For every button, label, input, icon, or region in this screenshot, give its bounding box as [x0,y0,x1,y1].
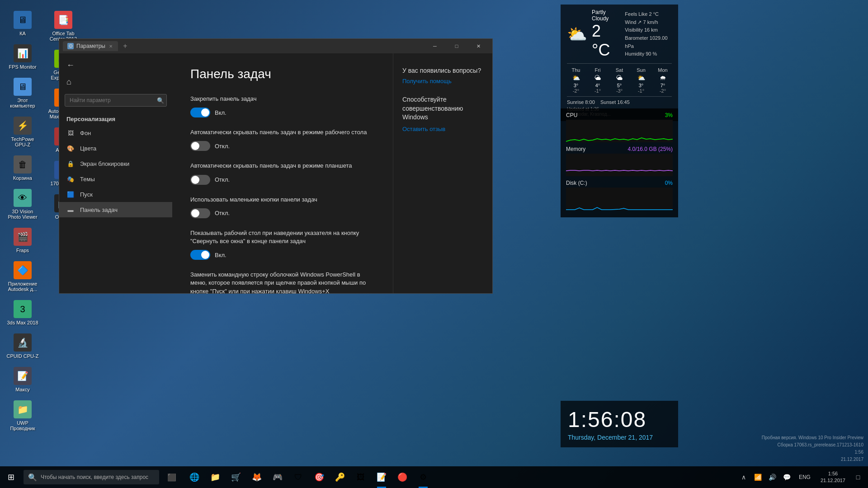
weather-temp: 2 °C [592,22,620,60]
tray-up-arrow[interactable]: ∧ [737,466,750,488]
forecast-high: 3° [574,83,579,88]
taskbar-search[interactable]: 🔍 Чтобы начать поиск, введите здесь запр… [24,470,159,484]
taskbar-app-settings[interactable]: ⚙ [413,466,433,488]
system-monitor: CPU 3% Memory 4.0/16.0 GB (25%) Disk (C:… [561,108,678,217]
toggle-value-auto-hide-tablet: Откл. [215,176,230,183]
disk-graph [566,188,673,210]
help-link[interactable]: Получить помощь [402,78,483,84]
settings-tab[interactable]: ⚙ Параметры ✕ [63,41,118,51]
task-view-button[interactable]: ⬛ [161,466,183,488]
forecast-temps: 3° -2° [573,83,579,94]
forecast-day-name: Thu [572,67,580,73]
taskbar-app-store[interactable]: 🛒 [226,466,246,488]
icon-label-korzbina: Корзина [13,175,32,181]
sidebar-item-temy[interactable]: 🎭 Темы [59,171,172,187]
toggle-auto-hide-tablet[interactable] [190,175,210,185]
taskbar-app-misc3[interactable]: 🖼 [351,466,371,488]
desktop-icon-cpuid[interactable]: 🔬 CPUID CPU-Z [5,332,41,361]
toggle-show-desktop[interactable] [190,250,210,260]
forecast-day-sat: Sat 🌥 5° -3° [610,67,628,94]
taskbar-app-steam[interactable]: 🎮 [268,466,288,488]
tray-action-center[interactable]: □ [852,466,864,488]
desktop-icon-this-computer[interactable]: 🖥 Этот компьютер [5,76,41,110]
forecast-icon: 🌧 [660,74,666,81]
icon-label-cpuid: CPUID CPU-Z [7,353,39,359]
taskbar-app-explorer[interactable]: 📁 [205,466,225,488]
desktop-icon-maksy[interactable]: 📝 Максу [5,365,41,394]
sidebar-item-pusk[interactable]: 🟦 Пуск [59,187,172,202]
forecast-temps: 3° -1° [638,83,644,94]
sidebar-icon-temy: 🎭 [66,175,75,183]
home-button[interactable]: ⌂ [59,74,172,90]
sidebar-item-fon[interactable]: 🖼 Фон [59,125,172,141]
sidebar-icon-cveta: 🎨 [66,144,75,152]
tray-clock[interactable]: 1:56 21.12.2017 [816,470,850,484]
taskbar-app-misc1[interactable]: 🎯 [309,466,329,488]
minimize-button[interactable]: ─ [425,39,445,53]
icon-img-office-tab: 📑 [54,11,72,29]
desktop-icon-ka[interactable]: 🖥 КА [5,9,41,38]
taskbar-apps: 🌐 📁 🛒 🦊 🎮 🛡 🎯 🔑 🖼 📝 🔴 ⚙ [184,466,433,488]
humidity-row: Humidity 90 % [625,50,672,58]
clock-time: 1:56:08 [568,407,671,432]
search-icon[interactable]: 🔍 [157,97,164,104]
desktop-icon-3dvision[interactable]: 👁 3D Vision Photo Viewer [5,187,41,221]
desktop-icon-fraps[interactable]: 🎬 Fraps [5,226,41,255]
tab-close-button[interactable]: ✕ [108,44,113,49]
titlebar-tabs: ⚙ Параметры ✕ + [63,41,425,52]
forecast-temps: 7° -2° [660,83,666,94]
toggle-small-buttons[interactable] [190,208,210,218]
search-input[interactable] [65,94,167,107]
help-title: У вас появились вопросы? [402,67,483,74]
toggle-value-small-buttons: Откл. [215,210,230,216]
taskbar-app-edge[interactable]: 🌐 [184,466,204,488]
desktop-icon-autodesk-app[interactable]: 🔷 Приложение Autodesk д... [5,259,41,294]
desktop-icon-fps-monitor[interactable]: 📊 FPS Monitor [5,42,41,71]
toggle-thumb-show-desktop [201,251,209,259]
toggle-row-small-buttons: Откл. [190,208,375,218]
setting-row-small-buttons: Использовать маленькие кнопки панели зад… [190,196,375,218]
forecast-low: -2° [660,88,666,94]
icon-label-3dsmax-2018: 3ds Max 2018 [7,320,38,325]
desktop-icon-korzbina[interactable]: 🗑 Корзина [5,154,41,183]
clock-date: Thursday, December 21, 2017 [568,434,671,441]
icon-img-autodesk-app: 🔷 [14,261,32,279]
setting-row-auto-hide-desktop: Автоматически скрывать панель задач в ре… [190,128,375,151]
tray-notification[interactable]: 💬 [781,466,793,488]
icon-img-3dvision: 👁 [14,189,32,207]
toggle-row-show-desktop: Вкл. [190,250,375,260]
toggle-thumb-small-buttons [191,209,199,217]
taskbar-search-icon: 🔍 [28,473,37,482]
taskbar-app-firefox[interactable]: 🦊 [247,466,267,488]
taskbar-app-misc2[interactable]: 🔑 [330,466,350,488]
tray-network[interactable]: 📶 [752,466,764,488]
sidebar-item-lock-screen[interactable]: 🔒 Экран блокировки [59,156,172,171]
cpu-label: CPU 3% [566,112,673,118]
tray-language[interactable]: ENG [795,474,814,480]
settings-list: Закрепить панель задач Вкл. Автоматическ… [190,95,375,293]
maximize-button[interactable]: □ [446,39,467,53]
tray-volume[interactable]: 🔊 [766,466,779,488]
close-button[interactable]: ✕ [468,39,489,53]
icon-label-techpowerup-gpuz: TechPowe GPU-Z [6,136,39,147]
back-button[interactable]: ← [59,57,172,74]
sidebar-item-cveta[interactable]: 🎨 Цвета [59,141,172,156]
wind-row: Wind ↗ 7 km/h [625,19,672,27]
tab-add-button[interactable]: + [120,41,131,52]
desktop-icon-techpowerup-gpuz[interactable]: ⚡ TechPowe GPU-Z [5,115,41,149]
taskbar-app-misc4[interactable]: 🔴 [392,466,412,488]
memory-monitor-row: Memory 4.0/16.0 GB (25%) [566,146,673,176]
desktop-icon-3dsmax-2018[interactable]: 3 3ds Max 2018 [5,298,41,327]
taskbar-app-word[interactable]: 📝 [372,466,392,488]
icon-label-uwp: UWP Проводник [6,420,39,431]
forecast-day-sun: Sun ⛅ 3° -1° [632,67,650,94]
window-controls: ─ □ ✕ [425,39,489,53]
sidebar-item-panel-zadach[interactable]: ▬ Панель задач [59,202,172,217]
toggle-auto-hide-desktop[interactable] [190,141,210,151]
feedback-link[interactable]: Оставить отзыв [402,126,483,132]
taskbar-app-antivirus[interactable]: 🛡 [288,466,308,488]
forecast-high: 7° [660,83,665,88]
desktop-icon-uwp[interactable]: 📁 UWP Проводник [5,399,41,433]
toggle-lock-taskbar[interactable] [190,108,210,117]
start-button[interactable]: ⊞ [0,466,22,488]
